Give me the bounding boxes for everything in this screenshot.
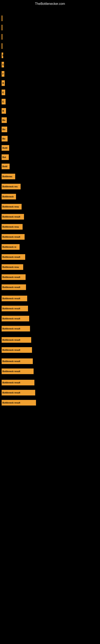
- bar-label: Bottleneck result: [2, 392, 20, 394]
- site-title: TheBottlenecker.com: [0, 0, 100, 7]
- bar: Bottleneck result: [1, 214, 24, 220]
- bar-label: Bottleneck result: [2, 402, 20, 404]
- bar-label: Bottleneck result: [2, 286, 20, 288]
- bar: Bo: [1, 126, 7, 132]
- bar-label: Bottleneck result: [2, 339, 20, 341]
- bar-label: Bottl: [2, 165, 7, 168]
- bar-label: Bottl: [2, 147, 7, 149]
- bar-row: Bottleneck res: [0, 183, 100, 190]
- bar-row: Bottleneck result: [0, 358, 100, 365]
- bar: Bottleneck result: [1, 234, 25, 240]
- bar-row: Bottleneck result: [0, 305, 100, 312]
- bar-row: Bottleneck result: [0, 368, 100, 375]
- bar-row: Bo: [0, 126, 100, 133]
- bar-row: Bottleneck resu: [0, 203, 100, 210]
- bar-row: Bottleneck result: [0, 336, 100, 344]
- bar-label: Bottleneck result: [2, 307, 20, 310]
- bar-row: F: [0, 70, 100, 78]
- bar: Bottleneck result: [1, 284, 26, 290]
- bar: Bo: [1, 117, 7, 123]
- bar-row: E: [0, 52, 100, 59]
- bar: Bottleneck re: [1, 244, 20, 250]
- bar-label: E: [2, 54, 3, 56]
- bar: B: [1, 108, 6, 114]
- bar-row: |: [0, 42, 100, 50]
- bar-label: Bottleneck result: [2, 360, 20, 362]
- bar-label: Bottleneck result: [2, 328, 20, 330]
- bar: Bottleneck result: [1, 337, 31, 343]
- bar-label: F: [2, 73, 4, 75]
- bar-label: Bottleneck result: [2, 349, 20, 351]
- bar: Bottleneck result: [1, 326, 30, 332]
- bar: Bottleneck result: [1, 316, 29, 322]
- bar-label: E: [2, 91, 4, 94]
- bar-label: Bot: [2, 156, 6, 158]
- bar: |: [1, 43, 2, 49]
- bar: [1, 16, 2, 21]
- bar-label: E: [2, 100, 4, 103]
- bar: Bottleneck result: [1, 347, 32, 353]
- bar: E: [1, 52, 3, 58]
- bar-row: Bottleneck: [0, 193, 100, 200]
- bar: Bottleneck result: [1, 380, 34, 386]
- bar-row: Bottlenec: [0, 173, 100, 180]
- bar-row: E: [0, 98, 100, 105]
- bar: [1, 34, 2, 40]
- bar-label: Bottleneck result: [2, 236, 20, 238]
- bar-label: Bottleneck result: [2, 297, 20, 300]
- bar: E: [1, 99, 6, 104]
- bar-row: Bottleneck result: [0, 399, 100, 406]
- bar: B: [1, 80, 5, 86]
- bar-label: Bottleneck resu: [2, 226, 19, 228]
- bar: Bottleneck resu: [1, 264, 23, 270]
- bar-row: Bottleneck re: [0, 243, 100, 250]
- bar-row: E: [0, 89, 100, 96]
- bar: Bottleneck result: [1, 390, 35, 396]
- bar-label: Bottleneck result: [2, 216, 20, 218]
- bar: Bottleneck result: [1, 274, 26, 280]
- bar-row: Bottleneck result: [0, 274, 100, 281]
- bar-label: Bottleneck result: [2, 381, 20, 384]
- bar: Bottl: [1, 164, 10, 169]
- bar-row: Bottleneck resu: [0, 264, 100, 271]
- bar-row: Bo: [0, 135, 100, 142]
- bar-label: Bo: [2, 119, 5, 121]
- bar-row: |: [0, 24, 100, 31]
- bar: |: [1, 25, 2, 30]
- bar-label: Bo: [2, 128, 5, 130]
- bar-row: Bottleneck result: [0, 295, 100, 302]
- bar-row: B: [0, 107, 100, 114]
- bar-label: Bottleneck resu: [2, 206, 19, 208]
- bar-label: Bottleneck re: [2, 246, 16, 248]
- bar: Bottlenec: [1, 174, 15, 179]
- bars-container: ||EEFBEEBBoBoBoBottlBotBottlBottlenecBot…: [0, 7, 100, 408]
- bar-label: Bottleneck result: [2, 256, 20, 258]
- bar-row: [0, 15, 100, 22]
- bar-label: E: [2, 64, 4, 66]
- bar-label: Bottleneck result: [2, 276, 20, 278]
- bar: Bottleneck result: [1, 368, 34, 374]
- bar-row: Bottleneck result: [0, 389, 100, 396]
- bar: Bottl: [1, 145, 9, 151]
- bar: Bottleneck resu: [1, 224, 23, 230]
- bar: E: [1, 62, 4, 68]
- bar-label: Bottleneck resu: [2, 266, 19, 268]
- bar-label: Bottleneck res: [2, 185, 18, 188]
- bar: Bottleneck result: [1, 306, 28, 311]
- bar: Bottleneck result: [1, 296, 27, 301]
- bar-label: Bo: [2, 138, 5, 140]
- bar-label: B: [2, 110, 4, 112]
- bar-row: Bottleneck result: [0, 315, 100, 322]
- bar-row: Bottleneck result: [0, 325, 100, 332]
- bar-row: Bottleneck result: [0, 213, 100, 220]
- bar: Bottleneck result: [1, 358, 33, 364]
- bar-row: E: [0, 61, 100, 68]
- bar-label: Bottlenec: [2, 175, 12, 178]
- bar-label: Bottleneck result: [2, 317, 20, 320]
- bar: Bottleneck result: [1, 254, 25, 260]
- bar-row: [0, 33, 100, 40]
- bar: F: [1, 71, 4, 77]
- bar-label: B: [2, 82, 4, 84]
- bar: E: [1, 90, 5, 95]
- bar-row: Bottleneck result: [0, 233, 100, 240]
